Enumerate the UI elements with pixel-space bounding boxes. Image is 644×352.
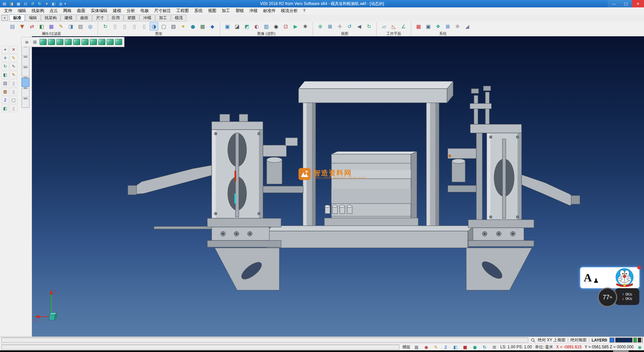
view-orientation-readout[interactable]: 绝对 XY 上视图: [538, 337, 565, 343]
minimize-button[interactable]: —: [608, 0, 620, 7]
axonometric-1-cube-icon[interactable]: [98, 39, 105, 45]
ribbon-tab[interactable]: 塑膜: [124, 14, 139, 21]
network-speed-widget[interactable]: ↑0K/s ↓0K/s: [615, 288, 639, 305]
wireframe-view-icon[interactable]: ▢: [159, 22, 168, 31]
new-document-icon[interactable]: ▤: [1, 1, 7, 6]
workplane-icon[interactable]: ▱: [380, 22, 388, 31]
document-icon[interactable]: ▯: [10, 79, 17, 87]
render-quality-icon[interactable]: ◆: [208, 22, 217, 31]
properties-quick-icon[interactable]: ✦: [44, 1, 50, 6]
workplane-align-icon[interactable]: ◺: [389, 22, 398, 31]
layers-icon[interactable]: ▤: [1, 79, 9, 87]
back-view-cube-icon[interactable]: [82, 39, 89, 45]
axonometric-2-cube-icon[interactable]: [107, 39, 114, 45]
menu-item[interactable]: 系统: [192, 7, 205, 14]
menu-item[interactable]: 分析: [124, 7, 138, 14]
mask-icon[interactable]: ▨: [76, 22, 85, 31]
menu-item[interactable]: 线架构: [29, 7, 47, 14]
right-view-cube-icon[interactable]: [73, 39, 80, 45]
layer-filter-icon[interactable]: ▦: [47, 22, 56, 31]
filter-slot-6-icon[interactable]: [21, 98, 30, 108]
filter-slot-5-icon[interactable]: [21, 88, 30, 97]
view-quick-icon[interactable]: ◧: [51, 1, 57, 6]
redraw-icon[interactable]: ↻: [101, 22, 110, 31]
bottom-view-cube-icon[interactable]: [90, 39, 97, 45]
palette-icon[interactable]: ▦: [1, 88, 9, 95]
open-file-icon[interactable]: ◨: [8, 1, 14, 6]
front-view-cube-icon[interactable]: [48, 39, 55, 45]
extra-swatch-1[interactable]: [638, 338, 641, 343]
rotate-view-icon[interactable]: ↺: [345, 22, 354, 31]
workplane-rotate-icon[interactable]: ∠: [399, 22, 408, 31]
quick-access-caret-icon[interactable]: ▾: [64, 2, 66, 5]
grid-snap-icon[interactable]: ▦: [414, 344, 420, 350]
document-2-icon[interactable]: ▯: [10, 88, 17, 95]
color-select-icon[interactable]: ◧: [37, 22, 46, 31]
save-icon[interactable]: ▦: [15, 1, 21, 6]
color-palette-icon[interactable]: ▦: [414, 22, 423, 31]
menu-item[interactable]: 文件: [1, 7, 15, 14]
screen-annotation-widget[interactable]: A ♟: [580, 267, 640, 289]
pen-snap-icon[interactable]: ✎: [433, 344, 439, 350]
box-icon[interactable]: □: [10, 96, 17, 104]
filter-slot-2-icon[interactable]: [21, 57, 30, 66]
grid-settings-icon[interactable]: ⊞: [443, 22, 452, 31]
menu-item[interactable]: 电极: [138, 7, 152, 14]
active-layer-readout[interactable]: LAYER0: [592, 338, 607, 343]
percent-badge[interactable]: 77%: [598, 288, 617, 307]
plane-mode-icon[interactable]: ◧: [452, 344, 459, 350]
menu-item[interactable]: 塑模: [233, 7, 247, 14]
clipboard-icon[interactable]: ▯: [10, 104, 17, 112]
materials-icon[interactable]: ●: [189, 22, 197, 31]
menu-item[interactable]: 实体编辑: [88, 7, 110, 14]
iso-view-cube-icon[interactable]: [40, 39, 47, 45]
reflection-icon[interactable]: ◩: [243, 22, 251, 31]
print-icon[interactable]: ⊡: [22, 1, 29, 6]
menu-item[interactable]: 工程图: [174, 7, 192, 14]
view-menu-icon[interactable]: ≡: [23, 39, 30, 45]
menu-item[interactable]: 加工: [219, 7, 233, 14]
element-filter-icon[interactable]: ◨: [66, 22, 75, 31]
viewport-layout-1-icon[interactable]: ▯: [111, 22, 119, 31]
menu-item[interactable]: 建模: [110, 7, 124, 14]
background-color-swatch[interactable]: [615, 338, 633, 343]
edit-pen-icon[interactable]: ✎: [10, 62, 17, 70]
units-setup-icon[interactable]: ◢: [463, 22, 472, 31]
ribbon-tab[interactable]: 加工: [155, 14, 171, 21]
menu-item[interactable]: 视图: [205, 7, 219, 14]
layer-2-icon[interactable]: 2: [443, 344, 449, 350]
view-window-icon[interactable]: ⊞: [32, 39, 38, 45]
mirror-icon[interactable]: ◧: [1, 71, 9, 79]
ribbon-tab[interactable]: 模流: [171, 14, 186, 21]
cad-model[interactable]: [32, 38, 644, 337]
hidden-line-icon[interactable]: ▧: [169, 22, 178, 31]
ribbon-tab[interactable]: 编辑: [25, 14, 41, 21]
texture-icon[interactable]: ▩: [198, 22, 207, 31]
move-icon[interactable]: ✛: [1, 54, 9, 62]
extra-swatch-2[interactable]: [642, 338, 643, 343]
menu-item[interactable]: 点云: [47, 7, 61, 14]
viewport-layout-3-icon[interactable]: ▯: [130, 22, 139, 31]
axonometric-3-cube-icon[interactable]: [115, 39, 122, 45]
ribbon-tab[interactable]: 标准: [9, 14, 25, 21]
redo-icon[interactable]: ↻: [37, 1, 43, 6]
solid-mode-icon[interactable]: ■: [462, 344, 468, 350]
image-settings-icon[interactable]: ✱: [301, 22, 310, 31]
previous-view-icon[interactable]: ◀: [355, 22, 364, 31]
pan-icon[interactable]: ✛: [335, 22, 344, 31]
ribbon-tab[interactable]: 建模: [61, 14, 76, 21]
dynamic-view-icon[interactable]: ↻: [365, 22, 373, 31]
menu-item[interactable]: 曲面: [74, 7, 88, 14]
ribbon-tab[interactable]: 应用: [108, 14, 123, 21]
annotation-tool-icon[interactable]: ♟: [593, 277, 599, 284]
table-mode-icon[interactable]: ⊞: [491, 344, 497, 350]
filter-slot-1-icon[interactable]: [21, 46, 30, 56]
snap-settings-icon[interactable]: ✲: [453, 22, 462, 31]
attribute-brush-icon[interactable]: ✎: [57, 22, 65, 31]
select-icon[interactable]: ⌖: [1, 46, 9, 53]
menu-item[interactable]: 尺寸标注: [152, 7, 174, 14]
modify-icon[interactable]: ✎: [10, 71, 17, 79]
zoom-fit-icon[interactable]: ⊕: [316, 22, 325, 31]
view-mode-readout[interactable]: 绝对视图: [571, 337, 587, 343]
help-quick-icon[interactable]: ◎: [58, 1, 64, 6]
